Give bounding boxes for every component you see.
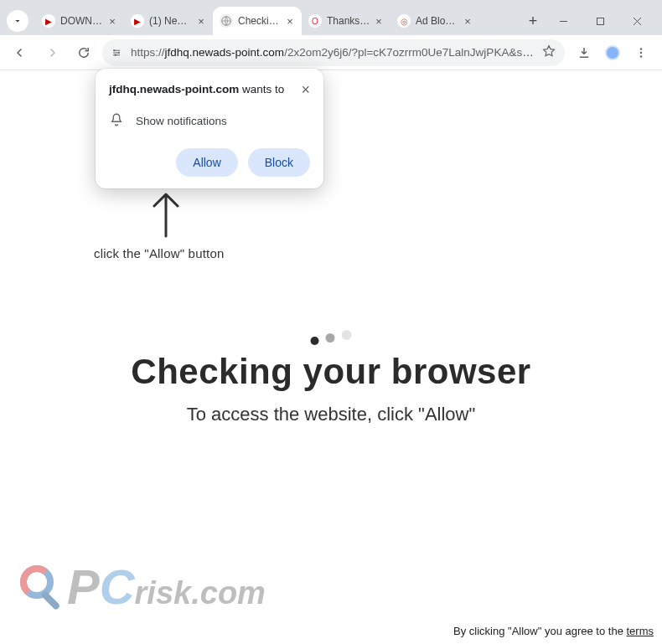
window-controls xyxy=(545,8,655,33)
page-headline: Checking your browser xyxy=(0,352,662,392)
svg-rect-10 xyxy=(40,590,60,611)
tab-favicon-icon: ▶ xyxy=(42,14,55,28)
site-settings-icon[interactable] xyxy=(109,45,124,60)
window-maximize-button[interactable] xyxy=(582,8,618,33)
tab-favicon-icon: ◎ xyxy=(397,14,411,28)
hint-text: click the "Allow" button xyxy=(94,246,225,260)
tab-label: DOWNLOAD xyxy=(60,15,104,27)
kebab-menu-button[interactable] xyxy=(627,39,655,66)
window-close-button[interactable] xyxy=(618,8,655,33)
address-bar[interactable]: https://jfdhq.newads-point.com/2x2om2y6j… xyxy=(102,39,565,66)
nav-reload-button[interactable] xyxy=(70,39,97,66)
terms-link[interactable]: terms xyxy=(627,625,654,637)
svg-point-3 xyxy=(118,51,120,53)
tab-strip: ▶DOWNLOAD×▶(1) New Me×Checking y×OThanks… xyxy=(35,7,518,35)
svg-point-7 xyxy=(640,55,642,57)
tab-label: (1) New Me xyxy=(149,15,193,27)
window-minimize-button[interactable] xyxy=(545,8,582,33)
profile-avatar-button[interactable] xyxy=(598,39,627,66)
new-tab-button[interactable]: + xyxy=(521,9,545,33)
svg-text:PCrisk.com: PCrisk.com xyxy=(67,559,266,614)
svg-point-4 xyxy=(115,54,116,55)
tab-close-icon[interactable]: × xyxy=(194,14,208,28)
svg-point-6 xyxy=(640,51,642,53)
nav-forward-button[interactable] xyxy=(39,39,65,66)
loading-dots-icon xyxy=(311,335,352,345)
tab-close-icon[interactable]: × xyxy=(372,14,385,28)
tab-close-icon[interactable]: × xyxy=(461,14,474,28)
svg-point-2 xyxy=(113,49,115,51)
terms-text: By clicking "Allow" you agree to the ter… xyxy=(453,625,654,637)
close-icon[interactable]: × xyxy=(295,82,310,97)
allow-button[interactable]: Allow xyxy=(176,148,237,177)
tab-close-icon[interactable]: × xyxy=(283,14,297,28)
toolbar: https://jfdhq.newads-point.com/2x2om2y6j… xyxy=(0,35,662,70)
tab-favicon-icon: ▶ xyxy=(131,14,144,28)
titlebar: ▶DOWNLOAD×▶(1) New Me×Checking y×OThanks… xyxy=(0,0,662,35)
permission-kind-label: Show notifications xyxy=(136,115,227,127)
url-text: https://jfdhq.newads-point.com/2x2om2y6j… xyxy=(131,46,535,59)
notification-permission-dialog: jfdhq.newads-point.com wants to × Show n… xyxy=(96,69,323,188)
tab-label: Ad Blocker xyxy=(416,15,459,27)
tab-favicon-icon: O xyxy=(308,14,322,28)
tab-label: Checking y xyxy=(238,15,282,27)
browser-tab[interactable]: Checking y× xyxy=(213,7,302,35)
browser-tab[interactable]: OThanks for × xyxy=(302,7,390,35)
watermark-logo: PCrisk.com xyxy=(17,554,293,624)
bell-icon xyxy=(109,112,124,130)
browser-tab[interactable]: ▶DOWNLOAD× xyxy=(35,7,124,35)
tab-close-icon[interactable]: × xyxy=(106,14,119,28)
tab-search-button[interactable] xyxy=(7,10,28,32)
page-subline: To access the website, click "Allow" xyxy=(0,404,662,425)
nav-back-button[interactable] xyxy=(7,39,34,66)
downloads-button[interactable] xyxy=(570,39,598,66)
block-button[interactable]: Block xyxy=(248,148,310,177)
browser-tab[interactable]: ▶(1) New Me× xyxy=(124,7,213,35)
tab-favicon-icon xyxy=(220,14,233,28)
browser-tab[interactable]: ◎Ad Blocker× xyxy=(390,7,479,35)
arrow-up-icon xyxy=(147,188,184,238)
tab-label: Thanks for xyxy=(327,15,370,27)
bookmark-star-icon[interactable] xyxy=(541,44,556,61)
svg-rect-1 xyxy=(597,18,603,24)
permission-prompt-text: jfdhq.newads-point.com wants to xyxy=(109,82,287,97)
svg-point-5 xyxy=(640,48,642,49)
